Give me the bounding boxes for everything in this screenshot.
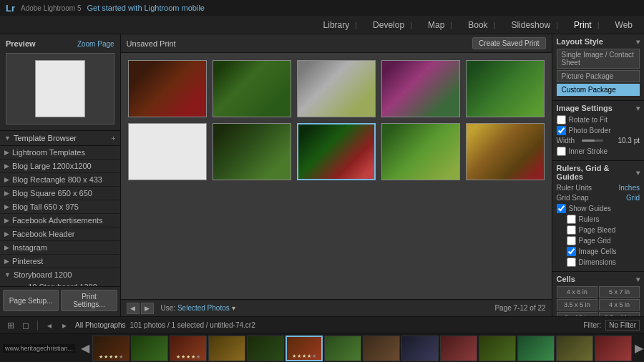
page-setup-button[interactable]: Page Setup... — [3, 290, 59, 311]
dimensions-checkbox[interactable] — [567, 258, 576, 267]
film-thumb-14[interactable] — [595, 336, 632, 361]
rulers-guide-label: Rulers — [579, 215, 600, 223]
next-page-button[interactable]: ▶ — [141, 303, 154, 314]
photo-cell-10[interactable] — [466, 123, 545, 180]
template-browser-header[interactable]: ▼ Template Browser + — [0, 131, 120, 146]
filmstrip-next-arrow[interactable]: ▶ — [633, 341, 644, 355]
nav-book[interactable]: Book — [465, 19, 490, 31]
preview-section: Preview Zoom Page — [0, 34, 120, 131]
add-template-button[interactable]: + — [111, 134, 115, 142]
film-thumb-4[interactable] — [208, 336, 245, 361]
film-thumb-13[interactable] — [556, 336, 593, 361]
rulers-arrow: ▾ — [636, 169, 640, 177]
grid-snap-value[interactable]: Grid — [608, 194, 640, 202]
film-thumb-7[interactable] — [324, 336, 361, 361]
template-group-header-blog-square[interactable]: ▶Blog Square 650 x 650 — [0, 187, 120, 200]
collection-label: All Photographs — [75, 321, 126, 329]
inner-stroke-checkbox[interactable] — [557, 147, 566, 156]
custom-package-button[interactable]: Custom Package — [557, 84, 640, 96]
tg-label: Blog Tall 650 x 975 — [12, 202, 79, 211]
cell-size-6[interactable]: 8.5 x 11 in — [599, 312, 640, 316]
tg-label: Facebook Advertisements — [12, 216, 103, 225]
film-thumb-8[interactable] — [363, 336, 400, 361]
show-guides-checkbox[interactable] — [557, 204, 566, 213]
template-group-header-blog-tall[interactable]: ▶Blog Tall 650 x 975 — [0, 200, 120, 213]
template-group-header-lightroom[interactable]: ▶Lightroom Templates — [0, 146, 120, 159]
page-grid-checkbox[interactable] — [567, 236, 576, 245]
filter-label: Filter: — [583, 321, 601, 329]
filmstrip-prev-arrow[interactable]: ◀ — [79, 341, 91, 355]
image-cells-checkbox[interactable] — [567, 247, 576, 256]
use-value[interactable]: Selected Photos — [177, 304, 230, 312]
center-toolbar: Unsaved Print Create Saved Print — [121, 34, 552, 53]
rotate-to-fit-checkbox[interactable] — [557, 115, 566, 124]
template-group-header-pinterest[interactable]: ▶Pinterest — [0, 255, 120, 268]
photo-cell-6[interactable] — [128, 123, 207, 180]
template-group-header-blog-rect[interactable]: ▶Blog Rectangle 800 x 433 — [0, 173, 120, 186]
page-grid-row: Page Grid — [567, 236, 640, 245]
film-thumb-2[interactable] — [131, 336, 168, 361]
film-thumb-6[interactable]: ★★★★★ — [286, 336, 323, 361]
nav-library[interactable]: Library — [321, 19, 353, 31]
photo-cell-3[interactable] — [297, 60, 376, 117]
template-group-header-instagram[interactable]: ▶Instagram — [0, 241, 120, 254]
template-group-header-fb-header[interactable]: ▶Facebook Header — [0, 228, 120, 240]
unsaved-print-label: Unsaved Print — [127, 39, 473, 48]
photo-border-checkbox[interactable] — [557, 126, 566, 135]
picture-package-button[interactable]: Picture Package — [557, 70, 640, 82]
nav-print[interactable]: Print — [571, 19, 595, 31]
top-bar-title[interactable]: Get started with Lightroom mobile — [87, 4, 638, 12]
template-group-blog-large: ▶Blog Large 1200x1200 — [0, 160, 120, 173]
photo-cell-2[interactable] — [213, 60, 291, 117]
go-prev-icon[interactable]: ◂ — [43, 321, 56, 331]
photo-cell-9[interactable] — [381, 123, 460, 180]
photo-count: 101 photos / 1 selected / untitled-74.cr… — [130, 321, 255, 329]
film-thumb-3[interactable]: ★★★★★ — [170, 336, 207, 361]
cell-size-4[interactable]: 4 x 5 in — [599, 299, 640, 310]
nav-web[interactable]: Web — [613, 19, 635, 31]
template-browser-title: Template Browser — [14, 134, 77, 142]
cell-size-5[interactable]: 8 x 10 in — [557, 312, 597, 316]
go-next-icon[interactable]: ▸ — [58, 321, 71, 331]
tg-label: Lightroom Templates — [12, 148, 85, 157]
width-slider[interactable] — [582, 140, 603, 142]
zoom-page-link[interactable]: Zoom Page — [77, 40, 114, 48]
filter-value[interactable]: No Filter — [605, 320, 640, 331]
image-cells-label: Image Cells — [579, 248, 617, 255]
inner-stroke-label: Inner Stroke — [569, 147, 608, 155]
rulers-guide-checkbox[interactable] — [567, 215, 576, 224]
photo-cell-1[interactable] — [128, 60, 207, 117]
page-bleed-checkbox[interactable] — [567, 225, 576, 235]
film-thumb-9[interactable] — [401, 336, 439, 361]
photo-cell-7[interactable] — [213, 123, 291, 180]
template-group-header-blog-large[interactable]: ▶Blog Large 1200x1200 — [0, 160, 120, 172]
cells-section: Cells ▾ 4 x 6 in 5 x 7 in 3.5 x 5 in 4 x… — [552, 272, 644, 316]
ruler-units-value[interactable]: Inches — [608, 184, 640, 192]
photo-cell-4[interactable] — [381, 60, 460, 117]
loupe-view-icon[interactable]: ◻ — [19, 321, 32, 331]
film-thumb-5[interactable] — [247, 336, 284, 361]
film-thumb-10[interactable] — [440, 336, 477, 361]
create-saved-print-button[interactable]: Create Saved Print — [472, 37, 546, 49]
nav-slideshow[interactable]: Slideshow — [508, 19, 553, 31]
template-item-10sb[interactable]: ▪10 Storyboard 1200 — [0, 281, 120, 286]
cell-size-3[interactable]: 3.5 x 5 in — [557, 299, 597, 310]
single-image-button[interactable]: Single Image / Contact Sheet — [557, 49, 640, 69]
cell-size-2[interactable]: 5 x 7 in — [599, 286, 640, 298]
film-thumb-12[interactable] — [517, 336, 555, 361]
photo-cell-8[interactable] — [297, 123, 376, 180]
nav-map[interactable]: Map — [425, 19, 447, 31]
template-group-header-fb-ads[interactable]: ▶Facebook Advertisements — [0, 214, 120, 227]
photo-cell-5[interactable] — [466, 60, 545, 117]
prev-page-button[interactable]: ◀ — [127, 303, 140, 314]
template-group-header-storyboard1200[interactable]: ▼Storyboard 1200 — [0, 268, 120, 281]
toolbar-icons: ⊞ ◻ ◂ ▸ — [4, 321, 71, 331]
nav-develop[interactable]: Develop — [370, 19, 407, 31]
grid-view-icon[interactable]: ⊞ — [4, 321, 17, 331]
film-thumb-1[interactable]: ★★★★★ — [92, 336, 130, 361]
show-guides-row: Show Guides — [557, 204, 640, 213]
film-thumb-11[interactable] — [479, 336, 516, 361]
print-settings-button[interactable]: Print Settings... — [61, 290, 117, 311]
cells-size-grid: 4 x 6 in 5 x 7 in 3.5 x 5 in 4 x 5 in 8 … — [557, 286, 640, 316]
cell-size-1[interactable]: 4 x 6 in — [557, 286, 597, 298]
